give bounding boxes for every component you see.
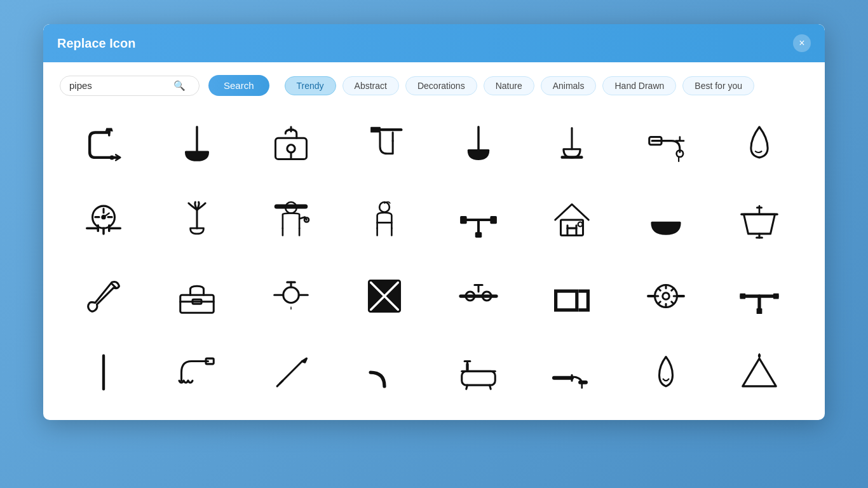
icon-sink[interactable] (247, 109, 335, 179)
icon-pipe-corner[interactable] (529, 261, 616, 331)
svg-rect-39 (460, 216, 467, 224)
svg-rect-84 (462, 371, 496, 385)
svg-point-51 (283, 287, 299, 303)
icon-window-pane[interactable] (341, 261, 429, 331)
svg-rect-79 (757, 308, 763, 314)
icon-pipe-connector[interactable] (716, 261, 804, 331)
icon-basin[interactable] (716, 185, 804, 255)
icon-pipe-wrench[interactable] (60, 261, 147, 331)
icon-pipe-elbow[interactable] (341, 337, 429, 407)
icon-pressure-gauge[interactable] (60, 185, 147, 255)
svg-point-43 (578, 222, 583, 227)
svg-line-72 (658, 302, 661, 304)
icon-wheel-valve[interactable] (622, 261, 710, 331)
modal-body: 🔍 Search Trendy Abstract Decorations Nat… (43, 62, 825, 420)
icon-pipe-drain[interactable] (341, 109, 429, 179)
tab-animals[interactable]: Animals (541, 76, 597, 95)
icon-bathtub-top[interactable] (622, 185, 710, 255)
icon-water-drop[interactable] (716, 109, 804, 179)
tab-decorations[interactable]: Decorations (405, 76, 477, 95)
icon-plunger[interactable] (154, 109, 241, 179)
svg-rect-40 (490, 216, 497, 224)
tab-hand-drawn[interactable]: Hand Drawn (602, 76, 676, 95)
svg-point-4 (287, 145, 295, 152)
icon-valve-drip[interactable] (247, 261, 335, 331)
icon-plunger-2[interactable] (435, 109, 522, 179)
close-button[interactable]: × (793, 34, 811, 52)
svg-point-64 (663, 293, 670, 300)
svg-rect-7 (370, 127, 381, 133)
tab-trendy[interactable]: Trendy (285, 76, 336, 95)
modal-overlay: Replace Icon × 🔍 Search Trendy Abstract … (0, 0, 868, 488)
tab-abstract[interactable]: Abstract (342, 76, 399, 95)
modal-header: Replace Icon × (43, 24, 825, 62)
modal: Replace Icon × 🔍 Search Trendy Abstract … (43, 24, 825, 420)
svg-rect-62 (579, 293, 587, 309)
svg-line-69 (658, 288, 661, 291)
icon-plunger-3[interactable] (529, 109, 616, 179)
search-button[interactable]: Search (208, 75, 269, 96)
icon-pipe-vertical[interactable] (60, 337, 147, 407)
svg-point-21 (102, 215, 105, 218)
svg-rect-41 (475, 232, 482, 238)
search-bar: 🔍 Search Trendy Abstract Decorations Nat… (60, 75, 808, 96)
icon-bathtub[interactable] (435, 337, 522, 407)
tab-best-for-you[interactable]: Best for you (682, 76, 754, 95)
icons-grid (60, 109, 803, 407)
icon-plumber-worker-2[interactable] (341, 185, 429, 255)
svg-line-86 (466, 385, 468, 389)
category-tabs: Trendy Abstract Decorations Nature Anima… (285, 76, 754, 95)
svg-rect-61 (558, 293, 576, 309)
svg-rect-11 (561, 156, 583, 158)
icons-area[interactable] (60, 109, 808, 407)
icon-faucet-pipe[interactable] (60, 109, 147, 179)
svg-rect-29 (275, 205, 308, 209)
svg-rect-78 (773, 294, 779, 299)
icon-flame-drop[interactable] (622, 337, 710, 407)
search-input[interactable] (69, 80, 171, 91)
svg-line-87 (489, 385, 491, 389)
icon-mountain-drop[interactable] (716, 337, 804, 407)
svg-line-47 (112, 284, 116, 288)
search-icon: 🔍 (173, 80, 186, 92)
modal-title: Replace Icon (57, 36, 135, 51)
svg-line-83 (277, 381, 283, 386)
icon-pipe-valve[interactable] (435, 261, 522, 331)
svg-line-71 (672, 288, 674, 291)
icon-faucet-side[interactable] (529, 337, 616, 407)
icon-faucet[interactable] (622, 109, 710, 179)
tab-nature[interactable]: Nature (484, 76, 534, 95)
icon-house-plumbing[interactable] (529, 185, 616, 255)
icon-toolbox[interactable] (154, 261, 241, 331)
icon-scalpel[interactable] (247, 337, 335, 407)
svg-rect-77 (740, 294, 746, 299)
svg-line-70 (672, 302, 674, 304)
icon-fountain[interactable] (154, 185, 241, 255)
icon-pipe-fitting[interactable] (435, 185, 522, 255)
search-input-wrap: 🔍 (60, 76, 200, 96)
icon-plumber-worker[interactable] (247, 185, 335, 255)
icon-hose[interactable] (154, 337, 241, 407)
